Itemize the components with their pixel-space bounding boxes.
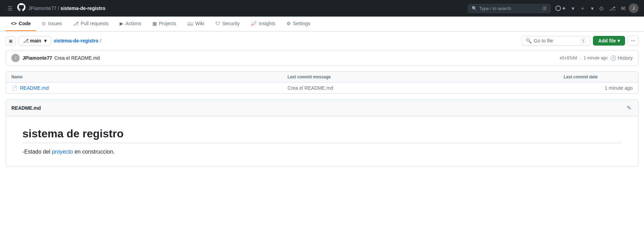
code-icon: <>: [11, 21, 17, 26]
sidebar-icon: ▣: [9, 38, 13, 43]
sidebar-toggle-button[interactable]: ▣: [6, 36, 16, 46]
readme-paragraph-prefix: -Estado del: [22, 149, 52, 155]
readme-paragraph-suffix: en construccion.: [73, 149, 115, 155]
more-options-button[interactable]: ···: [628, 36, 638, 46]
pull-requests-button[interactable]: ⎇: [607, 3, 617, 14]
top-nav-icons: ✦ ▾ ＋ ▾ ⊙ ⎇ ✉ J: [553, 3, 638, 14]
pencil-icon: ✎: [627, 105, 631, 111]
tab-security[interactable]: 🛡 Security: [210, 17, 245, 31]
repo-tab-bar: <> Code ⊙ Issues ⎇ Pull requests ▶ Actio…: [0, 17, 644, 31]
top-nav-left: ☰ JPiamonte77 / sistema-de-registro: [6, 3, 465, 14]
tab-pull-requests[interactable]: ⎇ Pull requests: [68, 17, 114, 31]
repo-name-label: sistema-de-registro: [61, 6, 105, 11]
file-table-header: Name Last commit message Last commit dat…: [6, 72, 638, 82]
history-button[interactable]: 🕐 History: [610, 55, 633, 61]
branch-icon: ⎇: [23, 38, 29, 43]
avatar[interactable]: J: [629, 3, 638, 13]
chevron-down-icon: ▾: [44, 38, 47, 43]
clock-icon: 🕐: [610, 55, 616, 61]
circle-dot-icon: ⊙: [599, 5, 604, 12]
create-dropdown[interactable]: ▾: [589, 3, 596, 14]
global-search[interactable]: 🔍 Type / to search /: [468, 4, 551, 13]
tab-pr-label: Pull requests: [81, 21, 109, 26]
file-name-cell[interactable]: 📄 README.md: [11, 85, 288, 91]
file-icon: 📄: [11, 85, 17, 91]
copilot-dropdown[interactable]: ▾: [570, 3, 576, 14]
col-commit-msg-header: Last commit message: [288, 75, 564, 79]
create-button[interactable]: ＋: [578, 3, 587, 14]
commit-author-avatar: J: [11, 54, 20, 62]
more-icon: ···: [631, 38, 635, 43]
gear-icon: ⚙: [286, 21, 291, 26]
add-file-label: Add file: [598, 38, 616, 43]
projects-icon: ▦: [152, 21, 157, 26]
path-separator: /: [58, 6, 59, 11]
repo-owner-link[interactable]: JPiamonte77: [28, 6, 57, 11]
readme-heading: sistema de registro: [22, 127, 622, 143]
graph-icon: 📈: [251, 21, 256, 26]
goto-file-button[interactable]: 🔍 Go to file t: [521, 36, 590, 46]
tab-actions-label: Actions: [125, 21, 141, 26]
add-file-button[interactable]: Add file ▾: [593, 36, 625, 46]
repo-path: JPiamonte77 / sistema-de-registro: [28, 6, 105, 11]
tab-insights[interactable]: 📈 Insights: [245, 17, 281, 31]
tab-actions[interactable]: ▶ Actions: [114, 17, 147, 31]
plus-icon: ＋: [580, 5, 585, 12]
readme-body: sistema de registro -Estado del proyecto…: [6, 116, 638, 166]
search-placeholder: Type / to search: [479, 6, 511, 11]
commit-dot: ·: [580, 56, 581, 60]
hamburger-button[interactable]: ☰: [6, 3, 14, 14]
tab-code[interactable]: <> Code: [6, 17, 36, 31]
pull-request-icon: ⎇: [73, 21, 79, 26]
top-nav: ☰ JPiamonte77 / sistema-de-registro 🔍 Ty…: [0, 0, 644, 17]
breadcrumb: sistema-de-registro /: [54, 38, 101, 43]
commit-hash: e5c65dd: [560, 56, 577, 60]
file-table: Name Last commit message Last commit dat…: [6, 71, 638, 94]
tab-settings-label: Settings: [293, 21, 311, 26]
readme-title: README.md: [11, 105, 41, 111]
copilot-button[interactable]: ✦: [553, 3, 568, 14]
tab-wiki-label: Wiki: [195, 21, 204, 26]
commit-info-bar: J JPiamonte77 Crea el README.md e5c65dd …: [6, 50, 638, 66]
chevron-down-icon: ▾: [617, 38, 620, 43]
issue-icon: ⊙: [42, 21, 46, 26]
history-label: History: [617, 55, 633, 61]
branch-name: main: [30, 38, 41, 43]
search-icon: 🔍: [526, 38, 532, 43]
branch-select[interactable]: ⎇ main ▾: [19, 36, 51, 46]
readme-section: README.md ✎ sistema de registro -Estado …: [6, 99, 638, 166]
commit-meta: e5c65dd · 1 minute ago 🕐 History: [560, 55, 633, 61]
commit-author-name[interactable]: JPiamonte77: [22, 55, 52, 61]
tab-settings[interactable]: ⚙ Settings: [281, 17, 316, 31]
inbox-button[interactable]: ✉: [619, 3, 627, 14]
file-commit-date: 1 minute ago: [564, 85, 633, 91]
search-shortcut-badge: /: [542, 6, 547, 11]
tab-projects-label: Projects: [159, 21, 177, 26]
tab-issues[interactable]: ⊙ Issues: [36, 17, 67, 31]
github-logo: [17, 3, 26, 13]
table-row: 📄 README.md Crea el README.md 1 minute a…: [6, 82, 638, 94]
inbox-icon: ✉: [621, 5, 625, 12]
tab-wiki[interactable]: 📖 Wiki: [182, 17, 210, 31]
tab-projects[interactable]: ▦ Projects: [147, 17, 182, 31]
readme-edit-button[interactable]: ✎: [625, 103, 633, 113]
readme-header: README.md ✎: [6, 100, 638, 116]
breadcrumb-repo-link[interactable]: sistema-de-registro: [54, 38, 99, 43]
actions-icon: ▶: [120, 21, 123, 26]
file-name-label: README.md: [20, 85, 49, 91]
commit-message: Crea el README.md: [54, 55, 100, 61]
toolbar-right: 🔍 Go to file t Add file ▾ ···: [521, 36, 638, 46]
col-name-header: Name: [11, 75, 288, 79]
readme-paragraph-link[interactable]: proyecto: [52, 149, 73, 155]
search-icon: 🔍: [472, 6, 477, 11]
readme-paragraph: -Estado del proyecto en construccion.: [22, 149, 622, 155]
issues-button[interactable]: ⊙: [597, 3, 606, 14]
tab-code-label: Code: [19, 21, 31, 26]
file-toolbar: ▣ ⎇ main ▾ sistema-de-registro / 🔍 Go to…: [0, 31, 644, 50]
col-commit-date-header: Last commit date: [564, 75, 633, 79]
file-commit-msg: Crea el README.md: [288, 85, 564, 91]
tab-insights-label: Insights: [259, 21, 275, 26]
breadcrumb-slash: /: [100, 38, 101, 43]
goto-file-shortcut: t: [581, 38, 586, 43]
tab-issues-label: Issues: [48, 21, 62, 26]
